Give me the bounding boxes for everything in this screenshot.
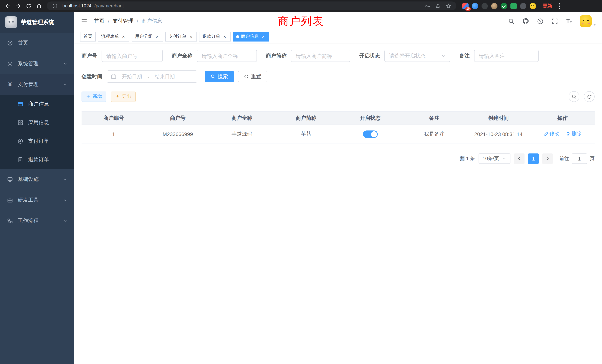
logo-avatar — [5, 16, 17, 28]
chevron-down-icon — [63, 198, 67, 202]
extension-icon-6[interactable] — [510, 3, 517, 9]
browser-back-icon[interactable] — [3, 1, 13, 11]
search-button[interactable]: 搜索 — [205, 71, 234, 82]
sidebar-item-app-info[interactable]: 应用信息 — [0, 113, 74, 132]
refresh-table-button[interactable] — [584, 91, 595, 102]
extension-icon-3[interactable] — [482, 3, 488, 9]
add-button[interactable]: 新增 — [82, 91, 106, 102]
tab-close-icon[interactable] — [188, 34, 194, 39]
toolbox-icon — [7, 197, 13, 203]
start-date-input[interactable] — [118, 74, 146, 79]
chrome-update-button[interactable]: 更新 — [543, 3, 552, 9]
browser-menu-icon[interactable] — [556, 3, 563, 9]
filter-short-name: 商户简称 — [266, 50, 350, 62]
sidebar-item-label: 工作流程 — [18, 218, 39, 224]
extension-icon-5[interactable] — [501, 3, 507, 9]
browser-home-icon[interactable] — [34, 1, 44, 11]
github-icon[interactable] — [522, 17, 529, 25]
full-name-input[interactable] — [197, 50, 257, 62]
extension-icon-2[interactable] — [472, 3, 478, 9]
sidebar-item-merchant-info[interactable]: 商户信息 — [0, 95, 74, 113]
extension-icon-4[interactable] — [491, 3, 497, 9]
col-merchant-id: 商户编号 — [82, 111, 146, 125]
short-name-input[interactable] — [291, 50, 350, 62]
sidebar-item-payment[interactable]: ¥ 支付管理 — [0, 74, 74, 95]
breadcrumb-home[interactable]: 首页 — [94, 18, 105, 24]
remark-input[interactable] — [474, 50, 539, 62]
help-icon[interactable] — [536, 17, 544, 25]
sidebar-item-pay-order[interactable]: 支付订单 — [0, 132, 74, 150]
export-button[interactable]: 导出 — [111, 91, 136, 102]
chevron-down-icon — [63, 219, 67, 223]
credit-card-icon — [17, 101, 24, 107]
sidebar-item-dev-tools[interactable]: 研发工具 — [0, 190, 74, 211]
sidebar-item-workflow[interactable]: 工作流程 — [0, 211, 74, 231]
edit-button[interactable]: 修改 — [544, 131, 559, 137]
reset-button[interactable]: 重置 — [238, 71, 267, 82]
tab-process-form[interactable]: 流程表单 — [98, 32, 129, 41]
cell-create-time: 2021-10-23 08:31:14 — [466, 125, 530, 143]
tab-user-group[interactable]: 用户分组 — [132, 32, 163, 41]
tab-merchant-info[interactable]: 商户信息 — [233, 32, 269, 41]
breadcrumb-separator: / — [137, 18, 138, 24]
cell-full-name: 芋道源码 — [210, 125, 274, 143]
col-merchant-no: 商户号 — [146, 111, 210, 125]
tab-home[interactable]: 首页 — [80, 32, 96, 41]
next-page-button[interactable] — [542, 153, 553, 164]
merchant-no-input[interactable] — [102, 50, 163, 62]
toggle-search-button[interactable] — [569, 91, 579, 102]
fullscreen-icon[interactable] — [551, 17, 558, 25]
sidebar-item-infrastructure[interactable]: 基础设施 — [0, 169, 74, 190]
status-select[interactable]: 请选择开启状态 — [384, 50, 450, 62]
tab-close-icon[interactable] — [155, 34, 160, 39]
sidebar-item-label: 系统管理 — [18, 60, 39, 67]
sidebar-item-system[interactable]: 系统管理 — [0, 53, 74, 74]
sidebar-item-home[interactable]: 首页 — [0, 33, 74, 53]
bookmark-star-icon[interactable] — [444, 2, 452, 10]
end-date-input[interactable] — [151, 74, 179, 79]
prev-page-button[interactable] — [514, 153, 525, 164]
status-toggle[interactable] — [363, 130, 377, 138]
goto-page-input[interactable] — [572, 153, 587, 164]
app-logo[interactable]: 芋道管理系统 — [0, 12, 74, 33]
filter-label: 商户全称 — [172, 53, 192, 59]
dashboard-icon — [7, 40, 13, 46]
tab-close-icon[interactable] — [222, 34, 227, 39]
tab-label: 首页 — [83, 33, 92, 40]
current-page-button[interactable]: 1 — [528, 153, 539, 164]
browser-refresh-icon[interactable] — [24, 1, 33, 11]
share-icon[interactable] — [434, 2, 441, 10]
breadcrumb-payment[interactable]: 支付管理 — [113, 18, 133, 24]
date-range-picker[interactable]: - — [107, 70, 197, 83]
screenshot-root: localhost:1024/pay/merchant 10 更新 — [0, 0, 602, 364]
page-size-select[interactable]: 10条/页 — [479, 153, 510, 164]
chevron-down-icon — [441, 53, 446, 58]
header-search-icon[interactable] — [507, 17, 515, 25]
sidebar-item-refund-order[interactable]: 退款订单 — [0, 150, 74, 169]
extension-icon-7[interactable] — [520, 3, 526, 9]
browser-forward-icon[interactable] — [13, 1, 23, 11]
breadcrumb: 首页 / 支付管理 / 商户信息 — [94, 18, 162, 24]
sidebar-fold-icon[interactable] — [80, 17, 88, 25]
tab-refund-order[interactable]: 退款订单 — [199, 32, 231, 41]
breadcrumb-separator: / — [108, 18, 109, 24]
page-info-icon[interactable] — [51, 2, 59, 10]
delete-button[interactable]: 删除 — [566, 131, 581, 137]
right-toolbar — [569, 91, 595, 102]
extension-icon-1[interactable]: 10 — [462, 3, 469, 9]
extension-icon-8[interactable] — [530, 3, 536, 9]
filter-create-time: 创建时间 - — [82, 70, 197, 83]
filter-row-2: 创建时间 - 搜 — [82, 70, 595, 83]
user-menu[interactable] — [580, 15, 596, 27]
col-create-time: 创建时间 — [466, 111, 530, 125]
font-size-icon[interactable] — [565, 17, 573, 25]
filter-label: 开启状态 — [359, 53, 380, 59]
password-key-icon[interactable] — [424, 2, 431, 10]
tab-close-icon[interactable] — [261, 34, 266, 39]
tab-pay-order[interactable]: 支付订单 — [165, 32, 197, 41]
address-bar[interactable]: localhost:1024/pay/merchant — [47, 1, 456, 10]
extension-badge: 10 — [465, 7, 471, 11]
sidebar-item-label: 支付管理 — [18, 81, 39, 88]
chevron-down-icon — [63, 62, 67, 66]
tab-close-icon[interactable] — [121, 34, 126, 39]
